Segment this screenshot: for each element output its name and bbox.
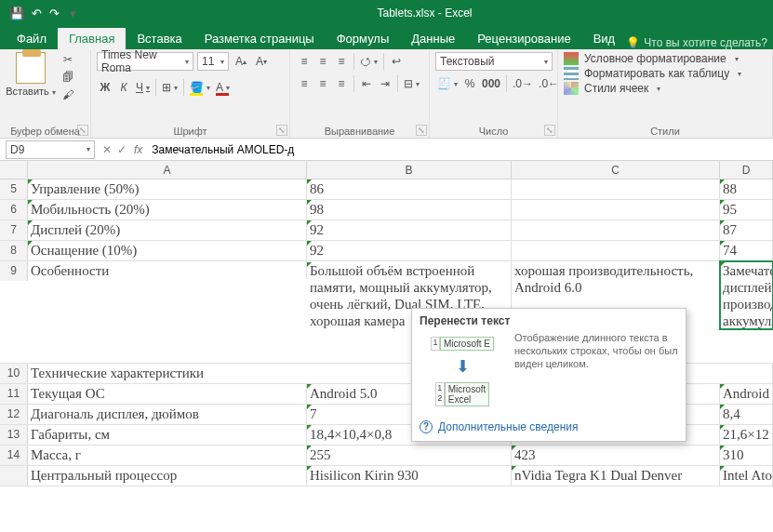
cell[interactable]: 98 (307, 200, 512, 219)
tab-data[interactable]: Данные (400, 28, 466, 49)
row-header[interactable]: 6 (0, 200, 28, 219)
alignment-dialog-launcher[interactable]: ⤡ (416, 125, 427, 136)
cell[interactable]: Диагональ дисплея, дюймов (28, 405, 307, 424)
worksheet-grid[interactable]: A B C D 5Управление (50%)8688 6Мобильнос… (0, 161, 773, 486)
decrease-font-icon[interactable]: A▾ (253, 52, 270, 71)
percent-format-icon[interactable]: % (461, 74, 478, 93)
tab-home[interactable]: Главная (58, 28, 126, 49)
cell-selected[interactable]: Замечательный дисплей, производительност… (720, 261, 773, 329)
font-name-combo[interactable]: Times New Roma▾ (97, 52, 193, 71)
formula-input[interactable] (148, 141, 773, 158)
increase-decimal-icon[interactable]: .0→ (511, 74, 535, 93)
row-header[interactable] (0, 466, 28, 485)
cell[interactable]: 86 (307, 180, 512, 199)
orientation-icon[interactable]: ⭯▾ (358, 52, 380, 71)
cut-icon[interactable]: ✂ (60, 52, 76, 67)
accounting-format-icon[interactable]: 🧾▾ (435, 74, 460, 93)
cell[interactable]: 255 (307, 446, 512, 465)
cell[interactable]: Мобильность (20%) (28, 200, 307, 219)
row-header[interactable]: 13 (0, 425, 28, 445)
cell[interactable]: 423 (512, 446, 720, 465)
borders-button[interactable]: ⊞▾ (160, 78, 180, 97)
increase-indent-icon[interactable]: ⇥ (377, 74, 393, 93)
decrease-indent-icon[interactable]: ⇤ (358, 74, 375, 93)
cancel-formula-icon[interactable]: ✕ (102, 143, 112, 156)
cell[interactable] (512, 200, 720, 219)
align-bottom-icon[interactable]: ≡ (333, 52, 350, 71)
align-top-icon[interactable]: ≡ (296, 52, 313, 71)
cell[interactable]: 87 (720, 220, 773, 240)
cell[interactable]: Hisilicon Kirin 930 (307, 466, 512, 485)
cell[interactable]: 310 (720, 446, 773, 465)
cell[interactable]: 95 (720, 200, 773, 219)
font-size-combo[interactable]: 11▾ (197, 52, 229, 71)
row-header[interactable]: 12 (0, 405, 28, 424)
row-header[interactable]: 14 (0, 446, 28, 465)
cell[interactable]: Управление (50%) (28, 180, 307, 199)
wrap-text-icon[interactable]: ↩ (388, 52, 405, 71)
col-header-b[interactable]: B (307, 161, 512, 179)
clipboard-dialog-launcher[interactable]: ⤡ (77, 125, 88, 136)
cell[interactable]: nVidia Tegra K1 Dual Denver (512, 466, 720, 485)
cell[interactable]: 74 (720, 241, 773, 260)
enter-formula-icon[interactable]: ✓ (117, 143, 127, 156)
cell[interactable]: 8,4 (720, 405, 773, 424)
row-header[interactable]: 8 (0, 241, 28, 260)
save-icon[interactable]: 💾 (9, 7, 24, 20)
cell[interactable] (512, 241, 720, 260)
tooltip-more-info-link[interactable]: ?Дополнительные сведения (420, 420, 678, 433)
cell[interactable]: Габариты, см (28, 425, 307, 445)
tab-formulas[interactable]: Формулы (326, 28, 401, 49)
cell-styles-button[interactable]: Стили ячеек▾ (564, 82, 741, 95)
cell[interactable]: 92 (307, 241, 512, 260)
underline-button[interactable]: Ч▾ (134, 78, 152, 97)
format-painter-icon[interactable]: 🖌 (60, 87, 76, 102)
align-middle-icon[interactable]: ≡ (314, 52, 331, 71)
number-format-combo[interactable]: Текстовый▾ (435, 52, 553, 71)
col-header-a[interactable]: A (28, 161, 307, 179)
undo-icon[interactable]: ↶ (32, 7, 42, 20)
redo-icon[interactable]: ↷ (49, 7, 60, 20)
cell[interactable]: хорошая производительность, Android 6.0 (512, 261, 720, 296)
cell[interactable]: Android (720, 384, 773, 404)
copy-icon[interactable]: 🗐 (60, 70, 76, 85)
cell[interactable]: Дисплей (20%) (28, 220, 307, 240)
row-header[interactable]: 5 (0, 180, 28, 199)
format-as-table-button[interactable]: Форматировать как таблицу▾ (564, 67, 741, 80)
cell[interactable]: Intel Ato (720, 466, 773, 485)
number-dialog-launcher[interactable]: ⤡ (544, 125, 555, 136)
align-center-icon[interactable]: ≡ (314, 74, 331, 93)
cell[interactable]: 92 (307, 220, 512, 240)
row-header[interactable]: 10 (0, 364, 28, 383)
row-header[interactable]: 7 (0, 220, 28, 240)
cell[interactable]: 21,6×12 (720, 425, 773, 445)
tab-page-layout[interactable]: Разметка страницы (193, 28, 326, 49)
cell[interactable]: Текущая ОС (28, 384, 307, 404)
cell[interactable]: Центральный процессор (28, 466, 307, 485)
name-box[interactable]: D9▾ (6, 140, 95, 159)
comma-format-icon[interactable]: 000 (480, 74, 502, 93)
tab-view[interactable]: Вид (582, 28, 627, 49)
merge-cells-icon[interactable]: ⊟▾ (402, 74, 421, 93)
qat-customize-icon[interactable]: ▾ (70, 7, 76, 20)
italic-button[interactable]: К (115, 78, 132, 97)
cell[interactable] (512, 220, 720, 240)
cell[interactable]: 88 (720, 180, 773, 199)
font-color-button[interactable]: A▾ (214, 78, 232, 97)
conditional-formatting-button[interactable]: Условное форматирование▾ (564, 52, 741, 65)
bold-button[interactable]: Ж (97, 78, 113, 97)
tab-file[interactable]: Файл (6, 28, 58, 49)
fill-color-button[interactable]: 🪣▾ (188, 78, 212, 97)
font-dialog-launcher[interactable]: ⤡ (276, 125, 287, 136)
tell-me[interactable]: 💡Что вы хотите сделать? (626, 36, 773, 49)
cell[interactable]: Оснащение (10%) (28, 241, 307, 260)
row-header[interactable]: 11 (0, 384, 28, 404)
tab-insert[interactable]: Вставка (126, 28, 193, 49)
align-left-icon[interactable]: ≡ (296, 74, 313, 93)
cell[interactable] (512, 180, 720, 199)
align-right-icon[interactable]: ≡ (333, 74, 350, 93)
increase-font-icon[interactable]: A▴ (233, 52, 249, 71)
col-header-c[interactable]: C (512, 161, 720, 179)
tab-review[interactable]: Рецензирование (466, 28, 581, 49)
col-header-d[interactable]: D (720, 161, 773, 179)
